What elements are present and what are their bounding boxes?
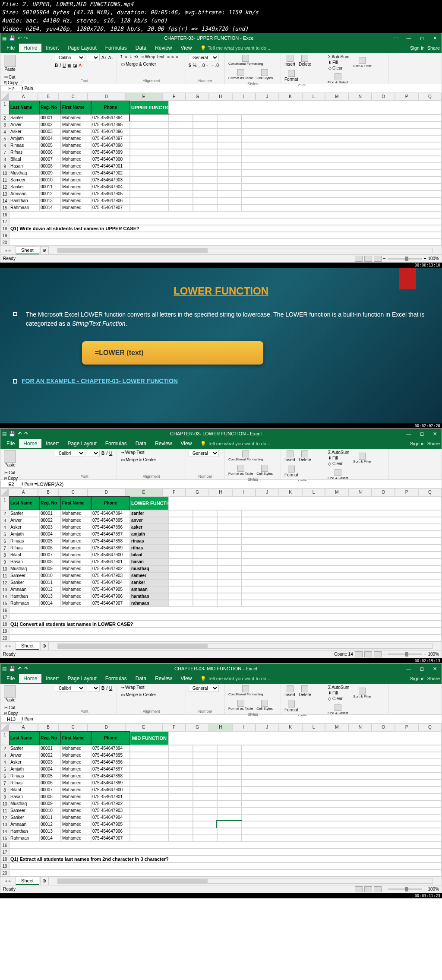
header-lastname[interactable]: Last Name [9, 731, 39, 745]
font-size-select[interactable]: 11 [87, 685, 100, 692]
cell-result[interactable] [130, 745, 169, 752]
cell-regno[interactable]: 00009 [39, 565, 61, 572]
currency-icon[interactable]: $ [189, 63, 191, 68]
cell-regno[interactable]: 00005 [39, 773, 61, 780]
cell-regno[interactable]: 00006 [39, 149, 61, 156]
cell[interactable] [217, 135, 241, 142]
cell-regno[interactable]: 00012 [39, 586, 61, 593]
close-icon[interactable]: ✕ [429, 430, 440, 438]
cell-lastname[interactable]: Bilaal [9, 552, 39, 558]
cell[interactable] [169, 745, 193, 752]
add-sheet-button[interactable]: ⊕ [40, 642, 49, 650]
col-header[interactable]: E [125, 723, 163, 731]
cell-phone[interactable]: 075-454647896 [91, 759, 130, 766]
cell-firstname[interactable]: Mohamed [61, 128, 91, 135]
cell[interactable] [193, 204, 217, 211]
row-header[interactable]: 17 [0, 218, 9, 225]
cell-result[interactable] [130, 135, 169, 142]
cell[interactable] [169, 780, 193, 787]
cell-firstname[interactable]: Mohamed [61, 807, 91, 814]
cell[interactable] [193, 170, 217, 177]
cell[interactable] [241, 545, 442, 552]
question-cell[interactable]: Q1) Write down all students last names i… [9, 225, 442, 232]
cell[interactable] [241, 510, 442, 517]
cell-firstname[interactable]: Mohamed [61, 773, 91, 780]
col-header[interactable]: F [162, 723, 186, 731]
tab-page-layout[interactable]: Page Layout [63, 674, 101, 683]
col-header[interactable]: N [348, 723, 372, 731]
cell-firstname[interactable]: Mohamed [61, 572, 91, 579]
cell[interactable] [169, 184, 193, 190]
cell-firstname[interactable]: Mohamed [61, 759, 91, 766]
cell-regno[interactable]: 00011 [39, 184, 61, 190]
cell-result[interactable]: sanfer [130, 510, 169, 517]
cell-regno[interactable]: 00005 [39, 142, 61, 149]
cell-firstname[interactable]: Mohamed [61, 600, 91, 607]
page-break-view-icon[interactable] [374, 651, 382, 657]
cell-phone[interactable]: 075-454647895 [91, 121, 130, 128]
row-header[interactable]: 20 [0, 239, 9, 246]
shrink-font-icon[interactable]: A↓ [108, 55, 114, 60]
row-header[interactable]: 16 [0, 607, 9, 614]
cell-result[interactable] [130, 787, 169, 793]
cell-regno[interactable]: 00003 [39, 524, 61, 531]
cell[interactable] [169, 821, 193, 828]
cell-result[interactable] [130, 190, 169, 197]
cell[interactable] [193, 787, 217, 793]
cell[interactable] [169, 545, 193, 552]
header-function[interactable]: UPPER FUNCTION [130, 101, 169, 114]
clear-button[interactable]: ◇ Clear [327, 65, 350, 71]
row-header[interactable]: 8 [0, 156, 9, 163]
cell-regno[interactable]: 00003 [39, 128, 61, 135]
cell[interactable] [193, 745, 217, 752]
tab-insert[interactable]: Insert [41, 44, 63, 52]
cell[interactable] [241, 586, 442, 593]
cell[interactable] [193, 121, 217, 128]
increase-decimal-icon[interactable]: .0→ [201, 63, 209, 68]
cell-result[interactable]: musthaq [130, 565, 169, 572]
cell-regno[interactable]: 00013 [39, 593, 61, 600]
cell[interactable] [169, 114, 193, 121]
cell-firstname[interactable]: Mohamed [61, 752, 91, 759]
cell-result[interactable] [130, 828, 169, 835]
cell[interactable] [217, 807, 241, 814]
row-header[interactable]: 11 [0, 572, 9, 579]
cell-regno[interactable]: 00004 [39, 135, 61, 142]
cell[interactable] [241, 552, 442, 558]
cell-result[interactable] [130, 807, 169, 814]
cell-phone[interactable]: 075-454647894 [91, 745, 130, 752]
cell[interactable] [241, 170, 442, 177]
cell-lastname[interactable]: Rahmaan [9, 204, 39, 211]
cell[interactable] [217, 593, 241, 600]
cell[interactable] [193, 545, 217, 552]
align-bottom-icon[interactable]: ⤓ [129, 54, 133, 59]
col-header[interactable]: O [372, 723, 395, 731]
format-cells-button[interactable]: Format [284, 700, 299, 713]
cell-regno[interactable]: 00006 [39, 780, 61, 787]
clear-button[interactable]: ◇ Clear [327, 461, 350, 466]
cell-phone[interactable]: 075-454647905 [91, 190, 130, 197]
cell[interactable] [169, 814, 193, 821]
cell[interactable] [241, 766, 442, 773]
cell-regno[interactable]: 00014 [39, 600, 61, 607]
cell[interactable] [169, 773, 193, 780]
cell-regno[interactable]: 00009 [39, 800, 61, 807]
cell-result[interactable]: sameer [130, 572, 169, 579]
col-header[interactable]: J [256, 93, 279, 101]
save-icon[interactable]: 💾 [9, 431, 15, 437]
cell[interactable] [241, 531, 442, 538]
row-header[interactable]: 17 [0, 849, 9, 856]
cell-regno[interactable]: 00010 [39, 572, 61, 579]
cell-phone[interactable]: 075-454647904 [91, 579, 130, 586]
row-header[interactable]: 9 [0, 163, 9, 170]
align-right-icon[interactable]: ≡ [176, 54, 178, 59]
col-header[interactable]: M [325, 723, 348, 731]
row-header[interactable]: 18 [0, 225, 9, 232]
autosum-button[interactable]: Σ AutoSum [327, 685, 350, 690]
sort-filter-button[interactable]: Sort & Filter [352, 687, 372, 699]
row-header[interactable]: 15 [0, 204, 9, 211]
normal-view-icon[interactable] [355, 256, 363, 262]
cell-regno[interactable]: 00009 [39, 170, 61, 177]
cell[interactable] [9, 232, 442, 239]
autosum-button[interactable]: Σ AutoSum [327, 54, 350, 60]
